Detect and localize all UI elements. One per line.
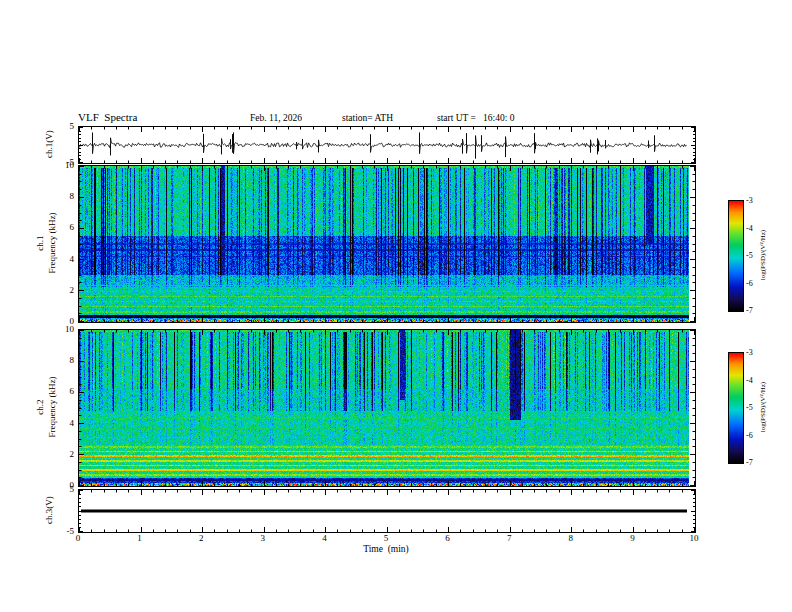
x-tick-label: 8 [563,533,579,543]
vlf-spectra-figure: VLF Spectra Feb. 11, 2026 station= ATH s… [0,0,792,612]
y-tick-label: 10 [52,324,74,334]
x-tick-label: 9 [624,533,640,543]
colorbar-tick-label: -5 [746,403,766,412]
y-tick-label: 8 [52,355,74,365]
y-tick-label: 2 [52,285,74,295]
colorbar-ch2 [728,352,744,464]
y-tick-label: 5 [52,484,74,494]
y-tick-label: 4 [52,418,74,428]
colorbar-tick-label: -3 [746,348,766,357]
y-tick-label: -5 [52,526,74,536]
ch3-waveform-panel [78,489,696,533]
y-tick-label: -5 [52,157,74,167]
figure-title: VLF Spectra [78,111,137,123]
date-label: Feb. 11, 2026 [250,113,302,123]
y-tick-label: 6 [52,386,74,396]
ch1-spectrogram-panel [78,165,696,323]
ch2-spec-axis-label-channel: ch.2 [35,399,45,414]
y-tick-label: 8 [52,191,74,201]
ch3-voltage-axis-label: ch.3(V) [44,496,54,524]
y-tick-label: 6 [52,222,74,232]
colorbar-tick-label: -4 [746,376,766,385]
station-label: station= ATH [342,113,393,123]
colorbar-tick-label: -6 [746,279,766,288]
y-tick-label: 2 [52,449,74,459]
y-tick-label: 4 [52,254,74,264]
colorbar-ch1 [728,200,744,312]
ch1-voltage-axis-label: ch.1(V) [44,130,54,158]
x-tick-label: 2 [193,533,209,543]
ch2-spectrogram-panel [78,329,696,487]
ch1-spec-axis-label-channel: ch.1 [35,235,45,250]
x-tick-label: 5 [378,533,394,543]
x-axis-label: Time (min) [78,544,694,554]
start-ut-label: start UT = 16:40: 0 [437,113,514,123]
x-tick-label: 10 [686,533,702,543]
x-tick-label: 7 [501,533,517,543]
x-tick-label: 6 [440,533,456,543]
ch1-waveform-panel [78,126,696,164]
colorbar-tick-label: -3 [746,196,766,205]
colorbar-tick-label: -4 [746,224,766,233]
y-tick-label: 5 [52,121,74,131]
colorbar-tick-label: -7 [746,458,766,467]
x-tick-label: 4 [316,533,332,543]
x-tick-label: 1 [132,533,148,543]
colorbar-tick-label: -5 [746,251,766,260]
x-tick-label: 3 [255,533,271,543]
colorbar-tick-label: -7 [746,306,766,315]
colorbar-tick-label: -6 [746,431,766,440]
